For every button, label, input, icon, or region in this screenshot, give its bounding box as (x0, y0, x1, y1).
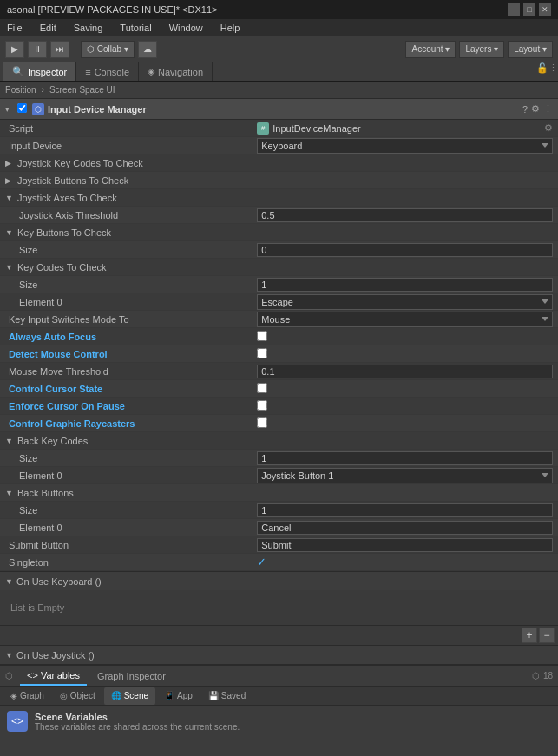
submit-button-label: Submit Button (5, 540, 257, 550)
key-codes-size-value[interactable] (257, 278, 553, 292)
play-button[interactable]: ▶ (5, 41, 24, 58)
component-collapse-icon[interactable]: ▾ (5, 105, 14, 114)
bottom-sub-tab-scene[interactable]: 🌐 Scene (104, 687, 155, 705)
key-codes-element0-value[interactable]: Escape Return Space (257, 294, 553, 310)
list-remove-button[interactable]: − (539, 628, 555, 643)
key-buttons-label: Key Buttons To Check (14, 227, 266, 238)
submit-button-input[interactable] (257, 538, 553, 552)
menu-help[interactable]: Help (217, 21, 244, 35)
joystick-threshold-value[interactable] (257, 208, 553, 222)
component-checkbox[interactable] (17, 103, 27, 115)
script-gear-icon[interactable]: ⚙ (544, 122, 553, 134)
tab-console[interactable]: ≡ Console (76, 62, 139, 81)
prop-always-auto-focus: Always Auto Focus (0, 328, 558, 345)
minimize-button[interactable]: — (508, 3, 520, 16)
mouse-threshold-value[interactable] (257, 365, 553, 378)
input-device-label: Input Device (5, 141, 257, 151)
menu-file[interactable]: File (3, 21, 26, 35)
navigation-tab-icon: ◈ (148, 66, 154, 77)
window-controls[interactable]: — □ ✕ (508, 3, 551, 16)
detect-mouse-checkbox[interactable] (257, 348, 267, 358)
bottom-tab-graph-inspector[interactable]: Graph Inspector (90, 667, 173, 686)
mouse-threshold-input[interactable] (257, 365, 553, 378)
control-graphic-value[interactable] (257, 417, 553, 430)
collab-button[interactable]: ⬡ Collab ▾ (81, 41, 135, 58)
input-device-value[interactable]: Keyboard Mouse Joystick (257, 138, 553, 154)
back-key-codes-size-input[interactable] (257, 451, 553, 465)
list-empty-text: List is Empty (10, 602, 64, 613)
step-button[interactable]: ⏭ (50, 41, 69, 58)
app-sub-tab-icon: 📱 (164, 691, 174, 700)
key-input-switches-value[interactable]: Mouse Joystick Keyboard (257, 312, 553, 327)
component-settings-button[interactable]: ⚙ (531, 103, 540, 115)
back-buttons-arrow[interactable]: ▼ (5, 489, 14, 497)
enforce-cursor-value[interactable] (257, 400, 553, 412)
cloud-button[interactable]: ☁ (138, 41, 157, 58)
joystick-threshold-input[interactable] (257, 208, 553, 222)
enforce-cursor-checkbox[interactable] (257, 400, 267, 411)
back-buttons-size-input[interactable] (257, 503, 553, 517)
lock-icon[interactable]: 🔓 (536, 62, 548, 81)
layout-button[interactable]: Layout ▾ (508, 41, 553, 58)
key-codes-arrow[interactable]: ▼ (5, 263, 14, 272)
maximize-button[interactable]: □ (523, 3, 535, 16)
joystick-buttons-arrow[interactable]: ▶ (5, 176, 14, 185)
prop-key-buttons-size: Size (0, 241, 558, 259)
always-auto-focus-value[interactable] (257, 331, 553, 343)
key-buttons-size-input[interactable] (257, 243, 553, 257)
on-use-keyboard-arrow[interactable]: ▼ (5, 577, 13, 586)
bottom-tab-variables[interactable]: <> Variables (20, 667, 87, 686)
key-buttons-size-value[interactable] (257, 243, 553, 257)
key-codes-element0-select[interactable]: Escape Return Space (257, 294, 553, 310)
submit-button-value[interactable] (257, 538, 553, 552)
tab-inspector[interactable]: 🔍 Inspector (3, 62, 76, 81)
back-buttons-element0-value[interactable] (257, 521, 553, 535)
key-input-switches-select[interactable]: Mouse Joystick Keyboard (257, 312, 553, 327)
bottom-sub-tab-object[interactable]: ◎ Object (53, 687, 102, 705)
pause-button[interactable]: ⏸ (28, 41, 47, 58)
layers-button[interactable]: Layers ▾ (459, 41, 504, 58)
close-button[interactable]: ✕ (539, 3, 551, 16)
control-cursor-value[interactable] (257, 383, 553, 395)
menu-tutorial[interactable]: Tutorial (116, 21, 154, 35)
back-buttons-size-value[interactable] (257, 503, 553, 517)
on-use-joystick-arrow[interactable]: ▼ (5, 651, 13, 660)
back-key-codes-element0-value[interactable]: Joystick Button 1 Joystick Button 0 (257, 468, 553, 483)
bottom-sub-tab-app[interactable]: 📱 App (157, 687, 200, 705)
key-buttons-arrow[interactable]: ▼ (5, 228, 14, 237)
inspector-tab-label: Inspector (28, 67, 67, 77)
component-help-button[interactable]: ? (522, 103, 528, 115)
menu-saving[interactable]: Saving (70, 21, 107, 35)
scene-sub-tab-icon: 🌐 (111, 691, 121, 700)
always-auto-focus-checkbox[interactable] (257, 331, 267, 341)
joystick-buttons-label: Joystick Buttons To Check (14, 175, 266, 186)
object-sub-tab-icon: ◎ (60, 691, 68, 700)
bottom-sub-tab-saved[interactable]: 💾 Saved (201, 687, 253, 705)
singleton-value[interactable]: ✓ (257, 555, 553, 569)
component-more-button[interactable]: ⋮ (543, 103, 553, 115)
control-cursor-checkbox[interactable] (257, 383, 267, 393)
account-button[interactable]: Account ▾ (405, 41, 456, 58)
input-device-select[interactable]: Keyboard Mouse Joystick (257, 138, 553, 154)
joystick-keycodes-arrow[interactable]: ▶ (5, 159, 14, 168)
back-buttons-element0-input[interactable] (257, 521, 553, 535)
prop-back-key-codes-size: Size (0, 450, 558, 467)
bottom-sub-tab-graph[interactable]: ◈ Graph (3, 687, 51, 705)
list-add-button[interactable]: + (522, 628, 537, 643)
back-key-codes-size-value[interactable] (257, 451, 553, 465)
key-codes-size-input[interactable] (257, 278, 553, 292)
back-key-codes-arrow[interactable]: ▼ (5, 437, 14, 445)
variables-tab-label: <> Variables (27, 670, 80, 680)
kebab-menu-icon[interactable]: ⋮ (548, 62, 558, 81)
detect-mouse-value[interactable] (257, 348, 553, 360)
saved-sub-tab-label: Saved (221, 691, 246, 700)
toolbar-separator-1 (75, 42, 75, 57)
joystick-axes-arrow[interactable]: ▼ (5, 194, 14, 202)
scene-variables-icon: <> (7, 711, 28, 732)
menu-window[interactable]: Window (166, 21, 207, 35)
tab-navigation[interactable]: ◈ Navigation (139, 62, 213, 81)
script-name[interactable]: InputDeviceManager (272, 123, 361, 134)
menu-edit[interactable]: Edit (36, 21, 60, 35)
control-graphic-checkbox[interactable] (257, 417, 267, 428)
back-key-codes-element0-select[interactable]: Joystick Button 1 Joystick Button 0 (257, 468, 553, 483)
